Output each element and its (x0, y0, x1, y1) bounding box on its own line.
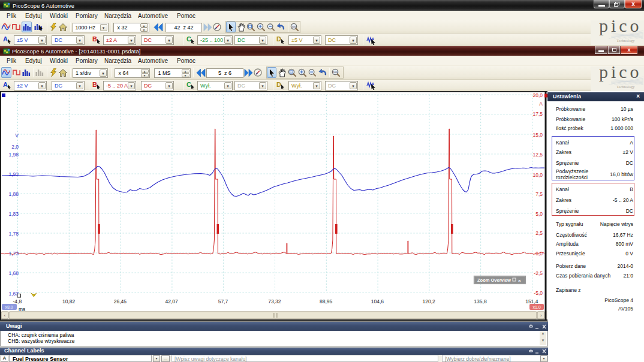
svg-text:1,68: 1,68 (8, 270, 19, 276)
svg-text:17,5: 17,5 (532, 111, 543, 117)
svg-text:1,88: 1,88 (8, 191, 19, 197)
svg-text:Technology: Technology (616, 38, 635, 43)
svg-text:1,83: 1,83 (8, 211, 19, 217)
svg-text:Technology: Technology (616, 85, 635, 89)
svg-text:Zoom Overview: Zoom Overview (477, 277, 511, 283)
svg-text:-5,0: -5,0 (534, 290, 543, 296)
svg-text:12,5: 12,5 (532, 152, 543, 158)
svg-text:104,6: 104,6 (371, 298, 384, 304)
svg-text:7,5: 7,5 (535, 191, 543, 197)
svg-text:-4,8: -4,8 (13, 298, 22, 304)
svg-text:2,0: 2,0 (11, 144, 19, 150)
svg-text:57,7: 57,7 (218, 298, 228, 304)
svg-text:-2,5: -2,5 (534, 270, 543, 276)
svg-text:V: V (15, 132, 19, 138)
svg-text:1,93: 1,93 (8, 171, 19, 177)
svg-text:pico: pico (599, 67, 640, 82)
svg-text:100: 100 (291, 25, 296, 28)
svg-text:A: A (539, 101, 543, 107)
svg-text:1,78: 1,78 (8, 231, 19, 237)
svg-text:120,2: 120,2 (423, 298, 436, 304)
svg-text:10,0: 10,0 (532, 172, 543, 178)
svg-text:100: 100 (333, 70, 338, 73)
svg-text:×: × (518, 278, 521, 283)
svg-text:›: › (540, 313, 542, 318)
svg-text:5,0: 5,0 (535, 211, 543, 217)
svg-text:2,5: 2,5 (535, 230, 543, 236)
svg-text:73,32: 73,32 (268, 298, 281, 304)
svg-text:135,8: 135,8 (474, 298, 487, 304)
svg-text:15,0: 15,0 (532, 132, 543, 138)
svg-text:26,45: 26,45 (114, 298, 127, 304)
svg-text:pico: pico (599, 20, 640, 35)
svg-text:151,4: 151,4 (525, 298, 538, 304)
svg-text:‹: ‹ (4, 313, 6, 318)
svg-text:0,0: 0,0 (535, 251, 543, 257)
svg-text:1,98: 1,98 (8, 152, 19, 158)
svg-text:10,82: 10,82 (62, 298, 76, 304)
svg-text:88,95: 88,95 (320, 298, 333, 304)
svg-text:20,0: 20,0 (532, 92, 543, 98)
svg-text:42,07: 42,07 (165, 298, 179, 304)
svg-text:x8.0: x8.0 (5, 305, 13, 309)
svg-text:x1.0: x1.0 (532, 305, 540, 309)
svg-text:1,73: 1,73 (8, 251, 19, 257)
